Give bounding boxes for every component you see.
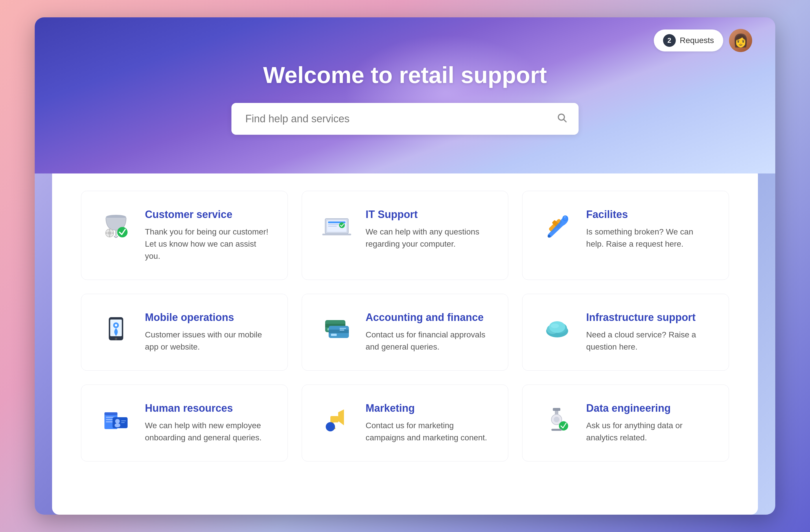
svg-rect-31 [329,330,349,333]
card-data-engineering-title: Data engineering [586,402,711,414]
requests-badge: 2 [663,34,676,47]
svg-point-55 [554,417,560,422]
search-icon [556,113,567,126]
card-infrastructure-body: Infrastructure support Need a cloud serv… [586,311,711,353]
card-marketing-title: Marketing [366,402,491,414]
card-infrastructure-title: Infrastructure support [586,311,711,323]
svg-rect-49 [121,422,125,423]
svg-rect-34 [340,330,344,331]
svg-rect-53 [553,408,560,411]
main-content: Customer service Thank you for being our… [52,168,758,515]
svg-line-1 [564,119,566,122]
app-container: 2 Requests Welcome to retail support [35,17,775,515]
svg-rect-9 [105,232,108,234]
card-accounting-finance-body: Accounting and finance Contact us for fi… [366,311,491,353]
card-facilities-title: Facilites [586,209,711,221]
card-customer-service-desc: Thank you for being our customer! Let us… [145,226,270,262]
card-human-resources-title: Human resources [145,402,270,414]
hero-title: Welcome to retail support [263,62,547,88]
card-infrastructure[interactable]: Infrastructure support Need a cloud serv… [522,294,729,371]
mobile-operations-icon [99,311,133,346]
svg-point-39 [551,323,559,328]
svg-rect-48 [121,420,126,421]
card-it-support-body: IT Support We can help with any question… [366,209,491,250]
card-mobile-operations[interactable]: Mobile operations Customer issues with o… [81,294,288,371]
card-accounting-finance[interactable]: Accounting and finance Contact us for fi… [302,294,508,371]
requests-label: Requests [680,36,714,45]
avatar-image [729,29,752,52]
customer-service-icon [99,209,133,243]
svg-point-6 [108,231,111,235]
card-accounting-finance-desc: Contact us for financial approvals and g… [366,329,491,353]
data-engineering-icon [540,402,574,437]
card-it-support-desc: We can help with any questions regarding… [366,226,491,250]
svg-rect-15 [328,226,337,227]
card-it-support-title: IT Support [366,209,491,221]
it-support-icon [319,209,354,243]
card-human-resources-body: Human resources We can help with new emp… [145,402,270,444]
facilities-icon [540,209,574,243]
requests-button[interactable]: 2 Requests [654,30,723,51]
cards-grid: Customer service Thank you for being our… [81,191,729,462]
card-data-engineering-body: Data engineering Ask us for anything dat… [586,402,711,444]
card-data-engineering-desc: Ask us for anything data or analytics re… [586,419,711,444]
card-infrastructure-desc: Need a cloud service? Raise a question h… [586,329,711,353]
card-facilities-desc: Is something broken? We can help. Raise … [586,226,711,250]
card-mobile-operations-body: Mobile operations Customer issues with o… [145,311,270,353]
svg-point-26 [115,338,117,340]
card-mobile-operations-desc: Customer issues with our mobile app or w… [145,329,270,353]
card-human-resources[interactable]: Human resources We can help with new emp… [81,384,288,462]
svg-rect-41 [104,412,117,415]
card-facilities[interactable]: Facilites Is something broken? We can he… [522,191,729,280]
hero-section: 2 Requests Welcome to retail support [35,17,775,173]
accounting-finance-icon [319,311,354,346]
svg-rect-57 [551,429,562,431]
card-customer-service-title: Customer service [145,209,270,221]
card-marketing-body: Marketing Contact us for marketing campa… [366,402,491,444]
card-marketing[interactable]: Marketing Contact us for marketing campa… [302,384,508,462]
svg-rect-33 [340,328,346,329]
svg-point-47 [115,423,120,427]
svg-rect-32 [331,334,337,336]
card-it-support[interactable]: IT Support We can help with any question… [302,191,508,280]
svg-point-21 [548,235,551,238]
svg-rect-8 [109,235,110,237]
svg-point-16 [339,222,345,228]
svg-rect-50 [330,416,338,422]
marketing-icon [319,402,354,437]
svg-rect-10 [112,232,114,234]
card-facilities-body: Facilites Is something broken? We can he… [586,209,711,250]
search-bar [231,103,579,135]
top-bar: 2 Requests [654,29,752,52]
svg-point-25 [115,324,117,327]
svg-rect-17 [322,234,351,235]
card-customer-service[interactable]: Customer service Thank you for being our… [81,191,288,280]
human-resources-icon [99,402,133,437]
infrastructure-support-icon [540,311,574,346]
avatar[interactable] [729,29,752,52]
svg-point-46 [115,419,120,423]
card-marketing-desc: Contact us for marketing campaigns and m… [366,419,491,444]
card-data-engineering[interactable]: Data engineering Ask us for anything dat… [522,384,729,462]
svg-rect-43 [106,419,113,420]
card-customer-service-body: Customer service Thank you for being our… [145,209,270,262]
card-accounting-finance-title: Accounting and finance [366,311,491,323]
search-input[interactable] [231,103,579,135]
svg-rect-14 [328,224,340,225]
card-mobile-operations-title: Mobile operations [145,311,270,323]
svg-rect-45 [113,417,128,428]
svg-point-4 [117,227,128,237]
svg-rect-7 [109,229,110,231]
card-human-resources-desc: We can help with new employee onboarding… [145,419,270,444]
svg-point-51 [326,422,335,431]
